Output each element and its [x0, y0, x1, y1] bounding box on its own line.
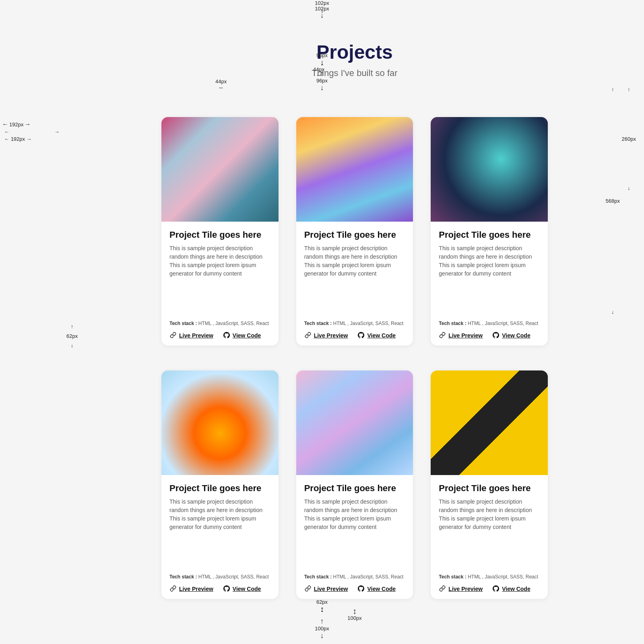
- card-image-4: [161, 370, 279, 475]
- project-card-2: Project Tile goes here This is sample pr…: [296, 117, 413, 346]
- github-icon-3: [492, 332, 500, 339]
- link-icon-5: [304, 585, 312, 593]
- card-title-5: Project Tile goes here: [304, 483, 405, 494]
- view-code-btn-3[interactable]: View Code: [492, 332, 530, 339]
- card-image-2: [296, 117, 413, 222]
- page-title: Projects: [77, 41, 632, 63]
- card-desc-3: This is sample project description rando…: [439, 244, 540, 317]
- github-icon-2: [357, 332, 365, 339]
- link-icon-3: [439, 332, 446, 339]
- page-subtitle: Things I've built so far: [77, 68, 632, 78]
- card-tech-2: Tech stack : HTML , JavaScript, SASS, Re…: [304, 321, 405, 326]
- projects-grid: Project Tile goes here This is sample pr…: [161, 117, 548, 599]
- card-image-6: [431, 370, 548, 475]
- project-card-1: Project Tile goes here This is sample pr…: [161, 117, 279, 346]
- project-card-3: Project Tile goes here This is sample pr…: [431, 117, 548, 346]
- card-title-2: Project Tile goes here: [304, 230, 405, 240]
- card-body-5: Project Tile goes here This is sample pr…: [296, 475, 413, 599]
- card-title-6: Project Tile goes here: [439, 483, 540, 494]
- card-actions-6: Live Preview View Code: [439, 585, 540, 593]
- card-image-5: [296, 370, 413, 475]
- view-code-btn-6[interactable]: View Code: [492, 585, 530, 593]
- card-title-3: Project Tile goes here: [439, 230, 540, 240]
- card-tech-3: Tech stack : HTML , JavaScript, SASS, Re…: [439, 321, 540, 326]
- card-desc-5: This is sample project description rando…: [304, 498, 405, 570]
- live-preview-btn-1[interactable]: Live Preview: [169, 332, 213, 339]
- live-preview-btn-6[interactable]: Live Preview: [439, 585, 483, 593]
- view-code-btn-1[interactable]: View Code: [223, 332, 261, 339]
- card-desc-4: This is sample project description rando…: [169, 498, 270, 570]
- view-code-btn-2[interactable]: View Code: [357, 332, 396, 339]
- card-desc-2: This is sample project description rando…: [304, 244, 405, 317]
- github-icon-5: [357, 585, 365, 593]
- card-title-1: Project Tile goes here: [169, 230, 270, 240]
- project-card-5: Project Tile goes here This is sample pr…: [296, 370, 413, 599]
- live-preview-btn-2[interactable]: Live Preview: [304, 332, 348, 339]
- card-title-4: Project Tile goes here: [169, 483, 270, 494]
- project-card-4: Project Tile goes here This is sample pr…: [161, 370, 279, 599]
- annotation-62px: 62px: [316, 599, 328, 605]
- card-tech-4: Tech stack : HTML , JavaScript, SASS, Re…: [169, 574, 270, 580]
- live-preview-btn-3[interactable]: Live Preview: [439, 332, 483, 339]
- card-tech-1: Tech stack : HTML , JavaScript, SASS, Re…: [169, 321, 270, 326]
- card-actions-3: Live Preview View Code: [439, 332, 540, 339]
- card-body-6: Project Tile goes here This is sample pr…: [431, 475, 548, 599]
- view-code-btn-4[interactable]: View Code: [223, 585, 261, 593]
- card-actions-1: Live Preview View Code: [169, 332, 270, 339]
- card-body-4: Project Tile goes here This is sample pr…: [161, 475, 279, 599]
- card-desc-6: This is sample project description rando…: [439, 498, 540, 570]
- link-icon-6: [439, 585, 446, 593]
- link-icon-2: [304, 332, 312, 339]
- card-image-3: [431, 117, 548, 222]
- card-tech-5: Tech stack : HTML , JavaScript, SASS, Re…: [304, 574, 405, 580]
- card-body-1: Project Tile goes here This is sample pr…: [161, 222, 279, 346]
- card-desc-1: This is sample project description rando…: [169, 244, 270, 317]
- project-card-6: Project Tile goes here This is sample pr…: [431, 370, 548, 599]
- card-actions-5: Live Preview View Code: [304, 585, 405, 593]
- link-icon-1: [169, 332, 177, 339]
- card-actions-4: Live Preview View Code: [169, 585, 270, 593]
- annotation-100px: 100px: [347, 615, 361, 621]
- github-icon-1: [223, 332, 230, 339]
- card-actions-2: Live Preview View Code: [304, 332, 405, 339]
- live-preview-btn-5[interactable]: Live Preview: [304, 585, 348, 593]
- card-body-2: Project Tile goes here This is sample pr…: [296, 222, 413, 346]
- view-code-btn-5[interactable]: View Code: [357, 585, 396, 593]
- card-tech-6: Tech stack : HTML , JavaScript, SASS, Re…: [439, 574, 540, 580]
- card-image-1: [161, 117, 279, 222]
- github-icon-4: [223, 585, 230, 593]
- github-icon-6: [492, 585, 500, 593]
- card-body-3: Project Tile goes here This is sample pr…: [431, 222, 548, 346]
- live-preview-btn-4[interactable]: Live Preview: [169, 585, 213, 593]
- link-icon-4: [169, 585, 177, 593]
